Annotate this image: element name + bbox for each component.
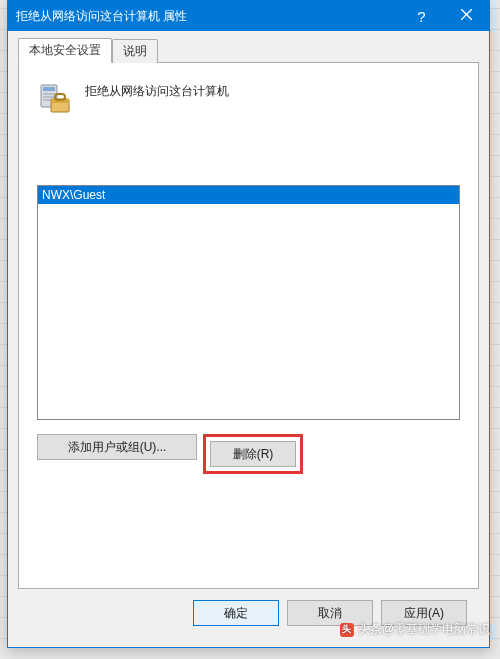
watermark: 头 头条@零基础学电脑常识: [340, 621, 490, 638]
titlebar[interactable]: 拒绝从网络访问这台计算机 属性 ?: [8, 1, 489, 31]
policy-title: 拒绝从网络访问这台计算机: [85, 81, 229, 100]
close-button[interactable]: [444, 1, 489, 31]
svg-rect-3: [43, 87, 55, 91]
list-item[interactable]: NWX\Guest: [38, 186, 459, 204]
ok-button[interactable]: 确定: [193, 600, 279, 626]
policy-icon: [37, 81, 71, 115]
user-group-listbox[interactable]: NWX\Guest: [37, 185, 460, 420]
watermark-text: 头条@零基础学电脑常识: [358, 621, 490, 638]
help-button[interactable]: ?: [399, 1, 444, 31]
close-icon: [461, 9, 472, 23]
policy-header: 拒绝从网络访问这台计算机: [37, 81, 460, 115]
tab-explain[interactable]: 说明: [112, 39, 158, 63]
window-title: 拒绝从网络访问这台计算机 属性: [16, 8, 187, 25]
help-icon: ?: [417, 8, 425, 25]
svg-rect-5: [43, 96, 55, 98]
dialog-client-area: 本地安全设置 说明 拒绝从网络访问这台计算机: [8, 31, 489, 647]
svg-rect-4: [43, 93, 55, 95]
tab-panel-local-security: 拒绝从网络访问这台计算机 NWX\Guest 添加用户或组(U)... 删除(R…: [18, 62, 479, 589]
remove-button-highlight: 删除(R): [203, 434, 303, 474]
watermark-icon: 头: [340, 623, 354, 637]
tab-local-security-settings[interactable]: 本地安全设置: [18, 38, 112, 63]
list-action-row: 添加用户或组(U)... 删除(R): [37, 434, 460, 474]
remove-button[interactable]: 删除(R): [210, 441, 296, 467]
add-user-or-group-button[interactable]: 添加用户或组(U)...: [37, 434, 197, 460]
properties-dialog: 拒绝从网络访问这台计算机 属性 ? 本地安全设置 说明: [7, 0, 490, 648]
tab-strip: 本地安全设置 说明: [18, 39, 479, 62]
